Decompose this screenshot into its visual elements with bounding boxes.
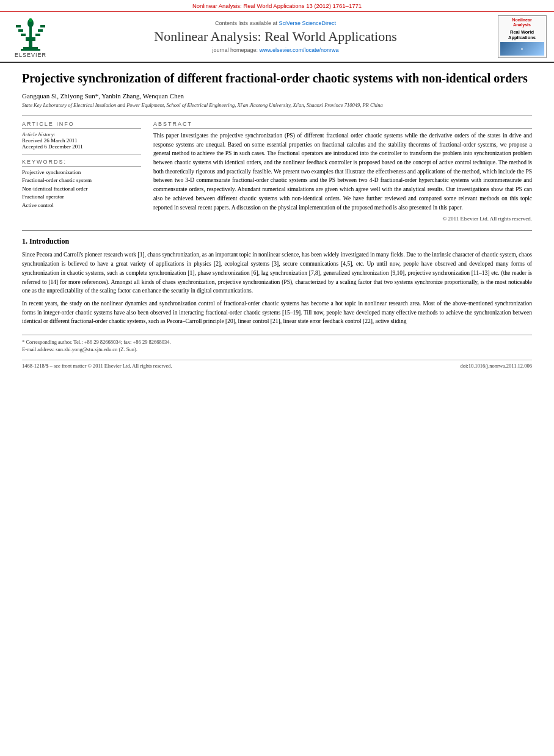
keywords-header: Keywords: xyxy=(22,159,141,167)
keyword-3: Non-identical fractional order xyxy=(22,185,141,194)
journal-cover-title: Real WorldApplications xyxy=(508,29,536,40)
svg-point-11 xyxy=(29,18,32,22)
paper-title: Projective synchronization of different … xyxy=(22,70,532,86)
journal-header: ELSEVIER Contents lists available at Sci… xyxy=(0,12,554,63)
journal-homepage-line: journal homepage: www.elsevier.com/locat… xyxy=(212,47,338,53)
journal-citation-text: Nonlinear Analysis: Real World Applicati… xyxy=(192,2,362,9)
info-divider xyxy=(22,154,141,155)
journal-homepage-link[interactable]: www.elsevier.com/locate/nonrwa xyxy=(260,47,339,53)
footnote-email: E-mail address: sun.zhi.yong@stu.xjtu.ed… xyxy=(22,346,532,353)
sciverse-link[interactable]: SciVerse ScienceDirect xyxy=(279,20,337,26)
header-center-area: Contents lists available at SciVerse Sci… xyxy=(61,15,490,58)
svg-rect-12 xyxy=(23,47,38,49)
journal-cover-graphic: ● xyxy=(500,42,544,56)
affiliation-line: State Key Laboratory of Electrical Insul… xyxy=(22,102,532,109)
two-col-layout: ARTICLE INFO Article history: Received 2… xyxy=(22,121,532,222)
header-divider xyxy=(22,115,532,116)
journal-title: Nonlinear Analysis: Real World Applicati… xyxy=(154,29,396,45)
svg-rect-8 xyxy=(40,25,45,27)
svg-rect-9 xyxy=(29,26,32,41)
svg-rect-7 xyxy=(16,25,21,27)
article-history-label: Article history: xyxy=(22,131,141,137)
journal-cover-header: NonlinearAnalysis xyxy=(512,18,531,28)
journal-cover-graphic-text: ● xyxy=(521,47,523,51)
article-info-column: ARTICLE INFO Article history: Received 2… xyxy=(22,121,141,222)
article-history-section: ARTICLE INFO Article history: Received 2… xyxy=(22,121,141,150)
keyword-1: Projective synchronization xyxy=(22,169,141,177)
keywords-section: Keywords: Projective synchronization Fra… xyxy=(22,159,141,210)
abstract-column: ABSTRACT This paper investigates the pro… xyxy=(153,121,532,222)
doi-text: doi:10.1016/j.nonrwa.2011.12.006 xyxy=(461,363,533,369)
copyright-line: © 2011 Elsevier Ltd. All rights reserved… xyxy=(153,216,532,222)
keyword-5: Active control xyxy=(22,202,141,210)
journal-cover-box: NonlinearAnalysis Real WorldApplications… xyxy=(498,15,547,58)
authors-line: Gangquan Si, Zhiyong Sun*, Yanbin Zhang,… xyxy=(22,92,532,100)
paper-content: Projective synchronization of different … xyxy=(0,63,554,376)
svg-rect-13 xyxy=(21,49,40,51)
article-received: Received 26 March 2011 xyxy=(22,137,141,144)
elsevier-logo-area: ELSEVIER xyxy=(6,15,55,58)
keyword-2: Fractional-order chaotic system xyxy=(22,176,141,185)
footnote-section: * Corresponding author. Tel.: +86 29 826… xyxy=(22,335,532,354)
issn-text: 1468-1218/$ – see front matter © 2011 El… xyxy=(22,363,172,369)
article-info-header: ARTICLE INFO xyxy=(22,121,141,129)
keyword-4: Fractional operator xyxy=(22,193,141,202)
svg-rect-3 xyxy=(21,34,26,36)
section1-heading: 1. Introduction xyxy=(22,237,532,246)
footnote-star: * Corresponding author. Tel.: +86 29 826… xyxy=(22,338,532,346)
abstract-text: This paper investigates the projective s… xyxy=(153,131,532,212)
section-divider xyxy=(22,230,532,231)
elsevier-text-label: ELSEVIER xyxy=(15,52,46,58)
bottom-bar: 1468-1218/$ – see front matter © 2011 El… xyxy=(22,360,532,369)
section1-para1: Since Pecora and Carroll's pioneer resea… xyxy=(22,250,532,296)
journal-cover-area: NonlinearAnalysis Real WorldApplications… xyxy=(496,15,548,58)
abstract-header: ABSTRACT xyxy=(153,121,532,129)
article-accepted: Accepted 6 December 2011 xyxy=(22,144,141,150)
journal-citation-bar: Nonlinear Analysis: Real World Applicati… xyxy=(0,0,554,12)
svg-rect-4 xyxy=(35,34,40,36)
svg-rect-5 xyxy=(18,29,23,32)
sciverse-line: Contents lists available at SciVerse Sci… xyxy=(215,20,336,26)
elsevier-logo xyxy=(9,15,53,51)
svg-rect-6 xyxy=(38,29,43,32)
section1-para2: In recent years, the study on the nonlin… xyxy=(22,299,532,326)
